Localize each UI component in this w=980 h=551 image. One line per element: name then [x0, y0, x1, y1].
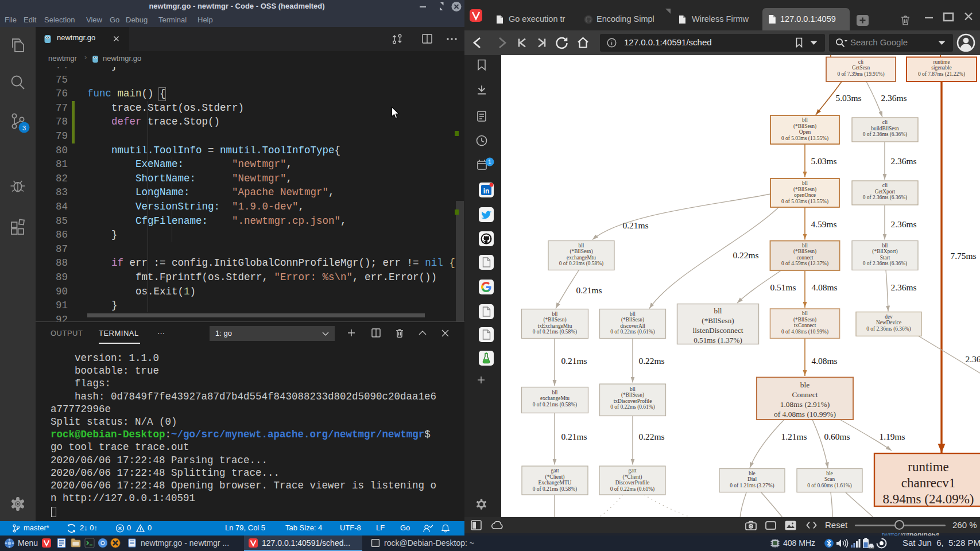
svg-text:txConnect: txConnect: [794, 323, 816, 328]
svg-text:0.22ms: 0.22ms: [638, 432, 664, 441]
svg-text:0 of 0.21ms (0.58%): 0 of 0.21ms (0.58%): [533, 486, 577, 492]
svg-text:0.51ms: 0.51ms: [770, 282, 796, 292]
svg-text:Scan: Scan: [824, 476, 835, 482]
svg-text:0.22ms: 0.22ms: [733, 250, 758, 260]
svg-text:7.75ms: 7.75ms: [950, 251, 976, 261]
svg-text:in: in: [483, 187, 490, 195]
svg-text:0 of 2.36ms (6.36%): 0 of 2.36ms (6.36%): [863, 195, 907, 201]
svg-text:0 of 5.03ms (13.55%): 0 of 5.03ms (13.55%): [781, 199, 828, 205]
svg-text:0.21ms: 0.21ms: [561, 356, 587, 366]
svg-text:8.94ms (24.09%): 8.94ms (24.09%): [882, 492, 974, 506]
svg-text:ble: ble: [826, 471, 832, 476]
svg-text:bll: bll: [802, 311, 808, 316]
svg-text:0.21ms: 0.21ms: [561, 432, 587, 441]
svg-text:(*BllSesn): (*BllSesn): [570, 249, 592, 255]
svg-text:runtime: runtime: [908, 460, 949, 474]
svg-text:sigenable: sigenable: [931, 65, 951, 71]
svg-text:1.08ms (2.91%): 1.08ms (2.91%): [780, 400, 830, 409]
svg-text:4.59ms: 4.59ms: [811, 219, 836, 229]
svg-text:(*BllSesn): (*BllSesn): [543, 317, 566, 323]
svg-text:GetXport: GetXport: [875, 189, 896, 195]
svg-text:0 of 1.21ms (3.27%): 0 of 1.21ms (3.27%): [730, 483, 774, 489]
svg-text:bll: bll: [630, 386, 636, 392]
svg-text:2.36ms: 2.36ms: [965, 354, 980, 364]
svg-text:(*BllSesn): (*BllSesn): [621, 317, 644, 323]
svg-text:GetSesn: GetSesn: [852, 65, 870, 71]
svg-text:2.36ms: 2.36ms: [890, 282, 916, 292]
svg-text:cli: cli: [882, 183, 888, 188]
svg-text:1: 1: [488, 158, 491, 165]
svg-text:bll: bll: [552, 311, 558, 317]
svg-text:bll: bll: [552, 390, 558, 395]
svg-text:0 of 0.22ms (0.61%): 0 of 0.22ms (0.61%): [610, 486, 654, 492]
svg-text:connect: connect: [796, 255, 814, 261]
svg-text:dev: dev: [885, 314, 893, 320]
svg-text:0 of 0.60ms (1.61%): 0 of 0.60ms (1.61%): [807, 483, 851, 489]
svg-text:0 of 4.59ms (12.37%): 0 of 4.59ms (12.37%): [781, 261, 828, 267]
svg-text:0 of 0.21ms (0.58%): 0 of 0.21ms (0.58%): [559, 261, 603, 267]
svg-text:gatt: gatt: [551, 468, 559, 474]
svg-text:bll: bll: [714, 306, 722, 315]
svg-text:(*Client): (*Client): [545, 474, 565, 480]
svg-text:bll: bll: [882, 243, 888, 249]
svg-text:0 of 0.21ms (0.58%): 0 of 0.21ms (0.58%): [533, 402, 577, 408]
svg-text:runtime: runtime: [933, 59, 950, 65]
svg-text:0.21ms: 0.21ms: [576, 285, 602, 295]
svg-text:(*BllXport): (*BllXport): [872, 249, 897, 255]
svg-text:0 of 2.36ms (6.36%): 0 of 2.36ms (6.36%): [863, 131, 907, 138]
svg-text:3: 3: [22, 125, 26, 131]
svg-text:ExchangeMTU: ExchangeMTU: [539, 480, 572, 486]
svg-text:2.36ms: 2.36ms: [890, 156, 916, 166]
svg-text:bll: bll: [802, 117, 808, 123]
svg-text:0 of 0.22ms (0.61%): 0 of 0.22ms (0.61%): [610, 329, 654, 335]
svg-text:Open: Open: [799, 129, 811, 135]
svg-text:5.03ms: 5.03ms: [811, 156, 836, 166]
svg-text:4.08ms: 4.08ms: [811, 282, 837, 292]
svg-text:(*BllSesn): (*BllSesn): [793, 123, 816, 130]
svg-text:txDiscoverProfile: txDiscoverProfile: [614, 398, 652, 404]
svg-text:bll: bll: [802, 180, 808, 186]
svg-text:NewDevice: NewDevice: [876, 320, 901, 325]
svg-text:0 of 5.03ms (13.55%): 0 of 5.03ms (13.55%): [781, 135, 828, 142]
svg-text:openOnce: openOnce: [794, 192, 816, 198]
svg-text:0 of 4.08ms (10.99%): 0 of 4.08ms (10.99%): [781, 329, 828, 335]
svg-text:Connect: Connect: [792, 390, 818, 399]
svg-text:2.36ms: 2.36ms: [881, 93, 907, 103]
svg-text:(*BllSesn): (*BllSesn): [702, 316, 734, 325]
svg-text:(*BllSesn): (*BllSesn): [793, 317, 816, 323]
svg-text:2.36ms: 2.36ms: [890, 219, 916, 229]
svg-text:5.03ms: 5.03ms: [835, 93, 861, 103]
svg-text:0 of 2.36ms (6.36%): 0 of 2.36ms (6.36%): [866, 326, 911, 332]
svg-text:ble: ble: [800, 381, 810, 389]
svg-text:listenDisconnect: listenDisconnect: [693, 326, 743, 335]
svg-text:Dial: Dial: [747, 476, 757, 482]
svg-text:buildBllSesn: buildBllSesn: [871, 126, 899, 131]
svg-text:(*BllSesn): (*BllSesn): [621, 392, 644, 398]
svg-text:ble: ble: [749, 471, 755, 476]
svg-text:of 4.08ms (10.99%): of 4.08ms (10.99%): [774, 410, 836, 418]
svg-text:DiscoverProfile: DiscoverProfile: [615, 480, 649, 486]
svg-text:bll: bll: [802, 243, 808, 249]
svg-text:0 of 7.87ms (21.22%): 0 of 7.87ms (21.22%): [918, 71, 965, 77]
svg-text:chanrecv1: chanrecv1: [901, 476, 956, 490]
svg-text:0 of 7.39ms (19.91%): 0 of 7.39ms (19.91%): [837, 71, 884, 77]
svg-text:1.21ms: 1.21ms: [781, 432, 807, 441]
svg-text:discoverAll: discoverAll: [620, 323, 645, 329]
svg-text:Start: Start: [880, 255, 890, 261]
svg-text:exchangeMtu: exchangeMtu: [567, 255, 596, 261]
svg-text:4.08ms: 4.08ms: [811, 356, 837, 366]
svg-text:0 of 0.21ms (0.58%): 0 of 0.21ms (0.58%): [533, 329, 577, 335]
svg-text:0 of 2.36ms (6.36%): 0 of 2.36ms (6.36%): [863, 261, 907, 267]
svg-text:0.51ms (1.37%): 0.51ms (1.37%): [694, 336, 742, 344]
svg-text:cli: cli: [882, 119, 888, 125]
svg-text:txExchangeMtu: txExchangeMtu: [538, 323, 572, 329]
svg-text:(*BllSesn): (*BllSesn): [793, 187, 816, 193]
svg-text:exchangeMtu: exchangeMtu: [540, 395, 570, 401]
svg-text:0 of 0.22ms (0.61%): 0 of 0.22ms (0.61%): [610, 404, 654, 410]
svg-text:bll: bll: [579, 243, 584, 249]
svg-text:(*Client): (*Client): [623, 474, 642, 480]
svg-text:bll: bll: [630, 311, 636, 317]
svg-text:0.21ms: 0.21ms: [622, 220, 648, 230]
svg-text:(*BllSesn): (*BllSesn): [793, 249, 816, 255]
svg-text:0.60ms: 0.60ms: [824, 432, 850, 441]
